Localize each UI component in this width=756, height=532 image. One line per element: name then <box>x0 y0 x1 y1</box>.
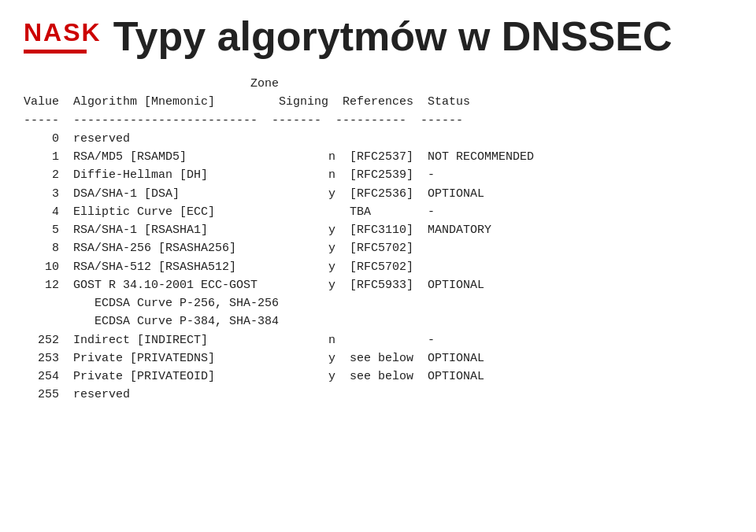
nask-logo-text: NASK <box>24 18 102 47</box>
page-title: Typy algorytmów w DNSSEC <box>113 14 673 59</box>
page-header: NASK Typy algorytmów w DNSSEC <box>0 0 756 59</box>
algorithm-table: Zone Value Algorithm [Mnemonic] Signing … <box>24 75 732 405</box>
logo-underline <box>24 50 87 54</box>
table-content: Zone Value Algorithm [Mnemonic] Signing … <box>0 59 756 420</box>
logo-wrapper: NASK <box>24 18 102 54</box>
